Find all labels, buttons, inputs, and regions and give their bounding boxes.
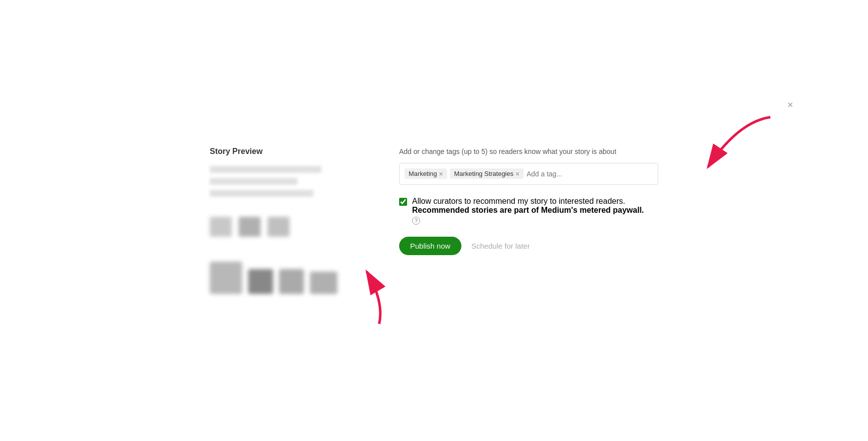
publish-section: Add or change tags (up to 5) so readers … [399,147,658,255]
modal-content: Story Preview [210,147,658,294]
curator-label-line1: Allow curators to recommend my story to … [412,197,625,205]
blurred-img-2 [248,269,273,294]
curator-checkbox-label: Allow curators to recommend my story to … [412,197,644,225]
schedule-later-button[interactable]: Schedule for later [471,242,530,250]
arrow-tags [678,112,778,192]
tag-chip-marketing: Marketing × [405,168,447,179]
close-button[interactable]: × [783,97,798,112]
blurred-img-1 [210,262,242,294]
tag-label-marketing: Marketing [409,170,437,177]
curator-checkbox-row: Allow curators to recommend my story to … [399,197,658,225]
tags-label: Add or change tags (up to 5) so readers … [399,147,658,157]
curator-label-line2: Recommended stories are part of Medium's… [412,206,644,214]
modal-overlay: × Story Preview [0,0,868,441]
help-icon[interactable]: ? [412,217,420,225]
story-preview-section: Story Preview [210,147,369,294]
tags-input-container[interactable]: Marketing × Marketing Strategies × [399,163,658,185]
modal-container: × Story Preview [210,127,658,314]
publish-now-button[interactable]: Publish now [399,237,461,255]
tag-chip-marketing-strategies: Marketing Strategies × [450,168,523,179]
action-row: Publish now Schedule for later [399,237,658,255]
tag-input[interactable] [527,170,614,178]
blurred-line-3 [210,190,313,197]
curator-checkbox[interactable] [399,198,407,206]
story-preview-title: Story Preview [210,147,369,156]
blurred-img-4 [310,272,337,294]
blurred-block-3 [268,217,289,237]
preview-placeholder [210,166,369,294]
blurred-line-1 [210,166,321,173]
blurred-line-2 [210,178,297,185]
tag-label-marketing-strategies: Marketing Strategies [454,170,513,177]
blurred-block-1 [210,217,232,237]
tag-remove-marketing[interactable]: × [439,170,443,177]
tag-remove-marketing-strategies[interactable]: × [516,170,520,177]
blurred-block-2 [239,217,261,237]
blurred-img-3 [279,269,304,294]
